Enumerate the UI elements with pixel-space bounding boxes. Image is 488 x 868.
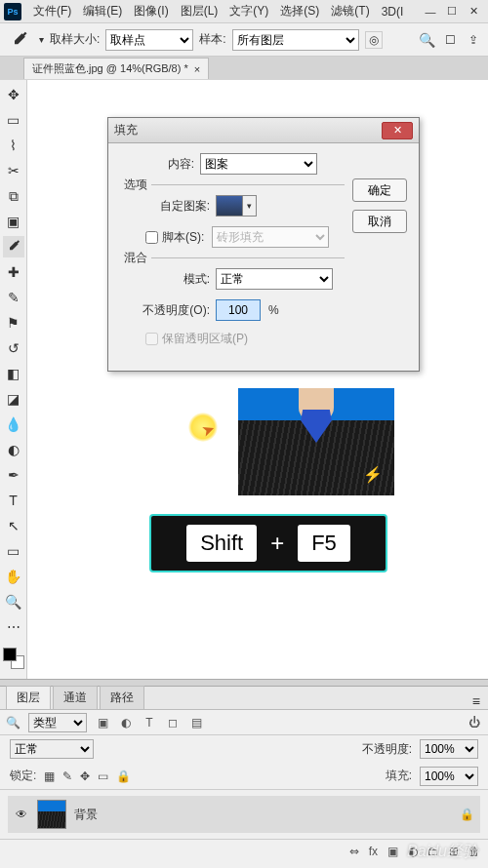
- layer-style-icon[interactable]: fx: [369, 845, 378, 858]
- type-tool-icon[interactable]: T: [3, 490, 24, 511]
- opacity-input[interactable]: [216, 299, 261, 321]
- shape-tool-icon[interactable]: ▭: [3, 540, 24, 562]
- layer-fill-select[interactable]: 100%: [420, 767, 478, 786]
- zoom-tool-icon[interactable]: 🔍: [3, 591, 24, 612]
- hotkey-key-2: F5: [298, 525, 350, 562]
- move-tool-icon[interactable]: ✥: [3, 84, 24, 105]
- hotkey-key-1: Shift: [186, 525, 257, 562]
- window-minimize[interactable]: —: [420, 3, 441, 20]
- options-legend: 选项: [120, 177, 151, 193]
- dodge-tool-icon[interactable]: ◐: [3, 439, 24, 460]
- workspace-icon[interactable]: ☐: [441, 31, 459, 49]
- lock-transparent-icon[interactable]: ▦: [44, 769, 55, 783]
- layer-filter-bar: 🔍 类型 ▣ ◐ T ◻ ▤ ⏻: [0, 710, 488, 735]
- layer-locked-icon: 🔒: [460, 808, 474, 821]
- pen-tool-icon[interactable]: ✒: [3, 464, 24, 486]
- filter-pixel-icon[interactable]: ▣: [95, 715, 110, 730]
- eyedropper-tool-icon[interactable]: [6, 28, 33, 52]
- menu-layer[interactable]: 图层(L): [175, 3, 224, 20]
- lasso-tool-icon[interactable]: ⌇: [3, 135, 24, 156]
- filter-shape-icon[interactable]: ◻: [165, 715, 181, 730]
- show-sampling-ring-icon[interactable]: ◎: [365, 31, 383, 49]
- filter-toggle-icon[interactable]: ⏻: [467, 715, 482, 730]
- menu-select[interactable]: 选择(S): [274, 3, 325, 20]
- visibility-toggle-icon[interactable]: 👁: [14, 808, 29, 821]
- dialog-titlebar[interactable]: 填充 ✕: [108, 118, 419, 143]
- menu-image[interactable]: 图像(I): [128, 3, 174, 20]
- dialog-close-button[interactable]: ✕: [382, 122, 413, 139]
- crop-tool-icon[interactable]: ⧉: [3, 185, 24, 207]
- blend-mode-select[interactable]: 正常: [216, 268, 333, 290]
- healing-brush-tool-icon[interactable]: ✚: [3, 261, 24, 283]
- sample-layers-select[interactable]: 所有图层: [232, 29, 359, 51]
- options-bar: ▾ 取样大小: 取样点 样本: 所有图层 ◎ 🔍 ☐ ⇪: [0, 23, 488, 57]
- layer-blend-mode-select[interactable]: 正常: [10, 739, 94, 759]
- history-brush-tool-icon[interactable]: ↺: [3, 337, 24, 359]
- window-close[interactable]: ✕: [463, 3, 484, 20]
- ok-button[interactable]: 确定: [352, 178, 407, 202]
- filter-smart-icon[interactable]: ▤: [188, 715, 204, 730]
- frame-tool-icon[interactable]: ▣: [3, 211, 24, 232]
- menu-filter[interactable]: 滤镜(T): [325, 3, 375, 20]
- menu-type[interactable]: 文字(Y): [224, 3, 274, 20]
- script-label: 脚本(S):: [162, 229, 204, 246]
- tab-layers[interactable]: 图层: [6, 686, 51, 709]
- pattern-thumbnail[interactable]: [216, 195, 243, 217]
- sample-size-select[interactable]: 取样点: [105, 29, 193, 51]
- layer-opacity-label: 不透明度:: [362, 741, 412, 758]
- filter-type-icon[interactable]: T: [142, 715, 157, 730]
- filter-type-label: 🔍: [6, 716, 20, 730]
- canvas[interactable]: ⚡ 填充 ✕ 确定 取消 内容: 图案 选项 自定图案: [27, 80, 488, 679]
- share-icon[interactable]: ⇪: [465, 31, 482, 49]
- toolbox: ✥ ▭ ⌇ ✂ ⧉ ▣ ✚ ✎ ⚑ ↺ ◧ ◪ 💧 ◐ ✒ T ↖ ▭ ✋ 🔍 …: [0, 80, 27, 679]
- menu-edit[interactable]: 编辑(E): [77, 3, 128, 20]
- lock-all-icon[interactable]: 🔒: [116, 769, 131, 783]
- hand-tool-icon[interactable]: ✋: [3, 566, 24, 587]
- window-restore[interactable]: ☐: [441, 3, 463, 20]
- options-fieldset: 选项 自定图案: ▾ 脚本(S): 砖形填充: [120, 184, 345, 248]
- tab-channels[interactable]: 通道: [53, 686, 98, 709]
- lock-image-icon[interactable]: ✎: [62, 769, 72, 783]
- menu-3d[interactable]: 3D(I: [376, 5, 410, 19]
- layer-opacity-select[interactable]: 100%: [420, 739, 478, 759]
- gradient-tool-icon[interactable]: ◪: [3, 388, 24, 410]
- hotkey-plus: +: [270, 530, 284, 557]
- layer-mask-icon[interactable]: ▣: [387, 845, 398, 858]
- eyedropper-tool-icon[interactable]: [3, 236, 24, 257]
- app-logo: Ps: [4, 3, 21, 20]
- search-icon[interactable]: 🔍: [418, 31, 435, 49]
- script-checkbox[interactable]: [145, 231, 158, 244]
- quick-select-tool-icon[interactable]: ✂: [3, 160, 24, 181]
- clone-stamp-tool-icon[interactable]: ⚑: [3, 312, 24, 334]
- tab-paths[interactable]: 路径: [100, 686, 144, 709]
- layer-thumbnail[interactable]: [37, 800, 66, 829]
- color-swatches[interactable]: [3, 648, 24, 669]
- link-layers-icon[interactable]: ⇔: [349, 845, 359, 858]
- path-select-tool-icon[interactable]: ↖: [3, 515, 24, 536]
- filter-type-select[interactable]: 类型: [28, 713, 87, 732]
- preserve-transparency-label: 保留透明区域(P): [162, 331, 248, 347]
- marquee-tool-icon[interactable]: ▭: [3, 109, 24, 131]
- panel-menu-icon[interactable]: ≡: [465, 693, 488, 709]
- eraser-tool-icon[interactable]: ◧: [3, 363, 24, 384]
- menu-bar: Ps 文件(F) 编辑(E) 图像(I) 图层(L) 文字(Y) 选择(S) 滤…: [0, 0, 488, 23]
- document-tab[interactable]: 证件照蓝色.jpg @ 14%(RGB/8) * ×: [23, 58, 209, 79]
- layer-item[interactable]: 👁 背景 🔒: [8, 796, 480, 833]
- close-tab-icon[interactable]: ×: [194, 63, 200, 75]
- blur-tool-icon[interactable]: 💧: [3, 414, 24, 435]
- lock-artboard-icon[interactable]: ▭: [98, 769, 108, 783]
- document-tab-title: 证件照蓝色.jpg @ 14%(RGB/8) *: [32, 61, 188, 76]
- brush-tool-icon[interactable]: ✎: [3, 287, 24, 308]
- content-select[interactable]: 图案: [200, 153, 317, 175]
- pattern-picker-arrow[interactable]: ▾: [243, 195, 257, 217]
- lock-position-icon[interactable]: ✥: [80, 769, 90, 783]
- foreground-color-swatch[interactable]: [3, 648, 17, 661]
- preserve-transparency-checkbox: [145, 333, 158, 345]
- opacity-label: 不透明度(O):: [120, 302, 210, 319]
- cancel-button[interactable]: 取消: [352, 210, 407, 233]
- menu-file[interactable]: 文件(F): [27, 3, 77, 20]
- filter-adjustment-icon[interactable]: ◐: [118, 715, 134, 730]
- hotkey-annotation: Shift + F5: [149, 514, 387, 572]
- edit-toolbar-icon[interactable]: ⋯: [3, 616, 24, 638]
- layer-name-label: 背景: [74, 807, 452, 823]
